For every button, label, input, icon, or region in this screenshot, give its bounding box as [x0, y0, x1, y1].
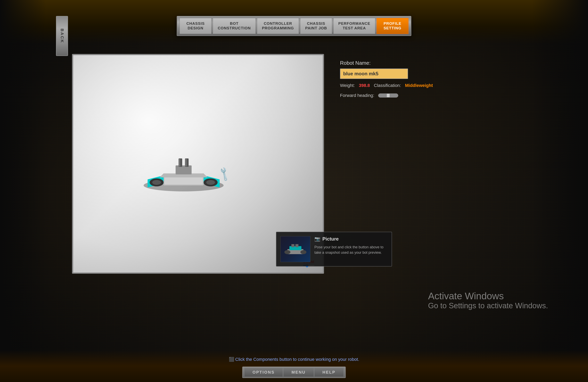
camera-icon: 📷: [315, 236, 320, 242]
svg-point-5: [300, 250, 306, 254]
picture-thumbnail: [280, 236, 310, 262]
bottom-nav: OPTIONS MENU HELP: [242, 367, 346, 378]
svg-rect-3: [295, 244, 298, 247]
stats-row: Weight: 398.8 Classification: Middleweig…: [340, 83, 512, 88]
nav-divider-2: [256, 20, 257, 32]
activate-windows-subtitle: Go to Settings to activate Windows.: [428, 302, 548, 310]
bottom-nav-menu[interactable]: MENU: [283, 368, 314, 377]
robot-wheel-left-inner: [152, 180, 161, 185]
forward-heading-row: Forward heading:: [340, 93, 512, 98]
classification-label: Classification:: [374, 83, 401, 88]
robot-barrel-right-highlight: [185, 159, 187, 166]
side-bar-right: [532, 0, 588, 382]
robot-name-input[interactable]: [340, 69, 408, 79]
activate-windows-title: Activate Windows: [428, 290, 548, 302]
side-bar-left: [0, 0, 46, 382]
tab-controller-programming[interactable]: CONTROLLER PROGRAMMING: [257, 18, 299, 34]
status-text: Click the Components button to continue …: [235, 357, 359, 362]
tab-chassis-paint-job[interactable]: CHASSIS PAINT JOB: [300, 18, 332, 34]
heading-slider-thumb: [387, 94, 390, 97]
bottom-nav-options[interactable]: OPTIONS: [244, 368, 283, 377]
nav-divider-5: [376, 20, 376, 32]
robot-svg: [136, 123, 236, 203]
tab-chassis-design[interactable]: CHASSIS DESIGN: [180, 18, 211, 34]
status-icon: ⬛: [229, 357, 234, 362]
nav-divider-1: [212, 20, 212, 32]
weight-value: 398.8: [359, 83, 370, 88]
activate-windows-watermark: Activate Windows Go to Settings to activ…: [428, 290, 548, 310]
robot-turret-base: [176, 165, 192, 174]
nav-container: CHASSIS DESIGN BOT CONSTRUCTION CONTROLL…: [177, 16, 411, 36]
svg-point-4: [284, 250, 290, 254]
picture-card: 📷 Picture Pose your bot and click the bu…: [276, 232, 392, 267]
robot-barrel-left-highlight: [179, 159, 180, 166]
forward-heading-label: Forward heading:: [340, 93, 374, 98]
heading-slider[interactable]: [378, 94, 398, 97]
tab-bot-construction[interactable]: BOT CONSTRUCTION: [213, 18, 256, 34]
picture-title: Picture: [322, 236, 339, 242]
tab-performance-test-area[interactable]: PERFORMANCE TEST AREA: [333, 18, 375, 34]
bottom-bar: ⬛ Click the Components button to continu…: [0, 350, 588, 382]
status-message: ⬛ Click the Components button to continu…: [229, 357, 359, 362]
picture-preview-svg: [281, 237, 309, 261]
classification-value: Middleweight: [405, 83, 433, 88]
back-button[interactable]: BACK: [56, 16, 68, 56]
bottom-nav-help[interactable]: HELP: [314, 368, 344, 377]
right-panel: Robot Name: Weight: 398.8 Classification…: [336, 56, 516, 108]
robot-scene: [136, 123, 236, 204]
picture-title-row: 📷 Picture: [315, 236, 388, 242]
picture-info: 📷 Picture Pose your bot and click the bu…: [315, 236, 388, 262]
svg-rect-2: [291, 244, 294, 247]
robot-wheel-right-inner: [206, 180, 215, 185]
nav-divider-4: [333, 20, 333, 32]
nav-divider-3: [299, 20, 300, 32]
robot-name-label: Robot Name:: [340, 60, 512, 66]
weight-label: Weight:: [340, 83, 355, 88]
tab-profile-setting[interactable]: PROFILE SETTING: [377, 18, 408, 34]
picture-description: Pose your bot and click the button above…: [315, 245, 388, 255]
back-label: BACK: [60, 29, 64, 43]
